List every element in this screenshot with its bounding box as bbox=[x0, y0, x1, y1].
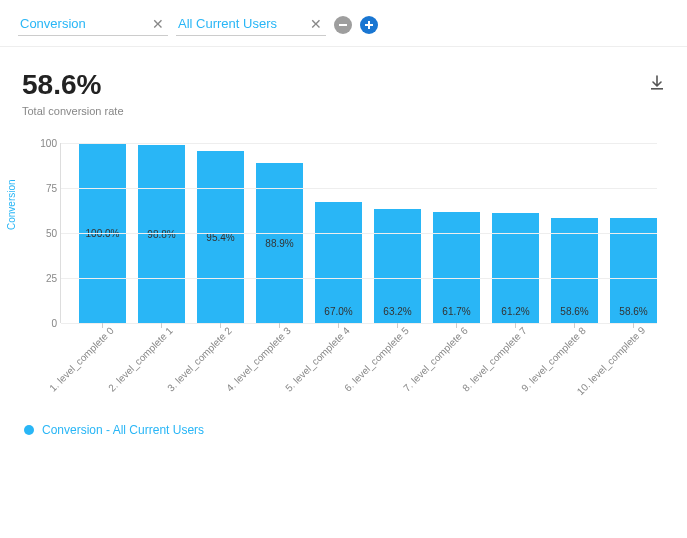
grid-line bbox=[61, 143, 657, 144]
filter-segment-label: All Current Users bbox=[178, 16, 277, 31]
svg-rect-0 bbox=[339, 24, 347, 26]
bar-value-label: 61.2% bbox=[499, 306, 531, 317]
x-tick: 10. level_complete 9 bbox=[610, 323, 657, 413]
tick-mark bbox=[397, 323, 398, 328]
y-tick-label: 0 bbox=[33, 318, 57, 329]
y-tick-label: 100 bbox=[33, 138, 57, 149]
x-tick: 6. level_complete 5 bbox=[373, 323, 420, 413]
tick-mark bbox=[338, 323, 339, 328]
bar-value-label: 67.0% bbox=[322, 306, 354, 317]
grid-line bbox=[61, 233, 657, 234]
tick-mark bbox=[161, 323, 162, 328]
tick-mark bbox=[515, 323, 516, 328]
x-tick: 2. level_complete 1 bbox=[137, 323, 184, 413]
chart-bar[interactable]: 95.4% bbox=[197, 151, 244, 323]
tick-mark bbox=[633, 323, 634, 328]
bar-value-label: 63.2% bbox=[381, 306, 413, 317]
add-filter-button[interactable] bbox=[360, 16, 378, 34]
filter-metric-label: Conversion bbox=[20, 16, 86, 31]
tick-mark bbox=[279, 323, 280, 328]
y-tick-label: 50 bbox=[33, 228, 57, 239]
x-tick-label: 1. level_complete 0 bbox=[47, 325, 116, 394]
chart-bar[interactable]: 88.9% bbox=[256, 163, 303, 323]
grid-line bbox=[61, 188, 657, 189]
bar-value-label: 58.6% bbox=[617, 306, 649, 317]
close-icon[interactable]: ✕ bbox=[308, 17, 324, 31]
svg-rect-3 bbox=[651, 88, 663, 90]
chart-bar[interactable]: 61.2% bbox=[492, 213, 539, 323]
chart-legend: Conversion - All Current Users bbox=[0, 413, 687, 449]
tick-mark bbox=[574, 323, 575, 328]
remove-filter-button[interactable] bbox=[334, 16, 352, 34]
tick-mark bbox=[456, 323, 457, 328]
download-button[interactable] bbox=[649, 69, 665, 95]
legend-color-swatch bbox=[24, 425, 34, 435]
filter-bar: Conversion ✕ All Current Users ✕ bbox=[0, 0, 687, 47]
download-icon bbox=[649, 75, 665, 91]
summary-text: 58.6% Total conversion rate bbox=[22, 69, 124, 117]
x-tick: 3. level_complete 2 bbox=[196, 323, 243, 413]
bar-value-label: 98.8% bbox=[145, 229, 177, 240]
close-icon[interactable]: ✕ bbox=[150, 17, 166, 31]
x-tick: 8. level_complete 7 bbox=[492, 323, 539, 413]
tick-mark bbox=[220, 323, 221, 328]
filter-segment-dropdown[interactable]: All Current Users ✕ bbox=[176, 14, 326, 36]
chart-bar[interactable]: 61.7% bbox=[433, 212, 480, 323]
summary-row: 58.6% Total conversion rate bbox=[0, 47, 687, 125]
filter-metric-dropdown[interactable]: Conversion ✕ bbox=[18, 14, 168, 36]
y-tick-label: 75 bbox=[33, 183, 57, 194]
y-axis-label: Conversion bbox=[6, 179, 17, 230]
legend-label: Conversion - All Current Users bbox=[42, 423, 204, 437]
bar-value-label: 61.7% bbox=[440, 306, 472, 317]
svg-rect-2 bbox=[368, 21, 370, 29]
chart-bar[interactable]: 67.0% bbox=[315, 202, 362, 323]
chart-container: Conversion 100.0%98.8%95.4%88.9%67.0%63.… bbox=[0, 125, 687, 413]
plus-icon bbox=[364, 20, 374, 30]
x-tick: 1. level_complete 0 bbox=[78, 323, 125, 413]
x-axis: 1. level_complete 02. level_complete 13.… bbox=[60, 323, 657, 413]
chart-plot-area: 100.0%98.8%95.4%88.9%67.0%63.2%61.7%61.2… bbox=[60, 143, 657, 323]
grid-line bbox=[61, 278, 657, 279]
minus-icon bbox=[338, 20, 348, 30]
conversion-rate-value: 58.6% bbox=[22, 69, 124, 101]
conversion-rate-sublabel: Total conversion rate bbox=[22, 105, 124, 117]
x-tick: 5. level_complete 4 bbox=[314, 323, 361, 413]
x-tick: 7. level_complete 6 bbox=[433, 323, 480, 413]
tick-mark bbox=[102, 323, 103, 328]
x-tick: 4. level_complete 3 bbox=[255, 323, 302, 413]
bar-value-label: 88.9% bbox=[263, 237, 295, 248]
x-tick: 9. level_complete 8 bbox=[551, 323, 598, 413]
chart-bar[interactable]: 98.8% bbox=[138, 145, 185, 323]
chart-bar[interactable]: 63.2% bbox=[374, 209, 421, 323]
bar-value-label: 58.6% bbox=[558, 306, 590, 317]
y-tick-label: 25 bbox=[33, 273, 57, 284]
